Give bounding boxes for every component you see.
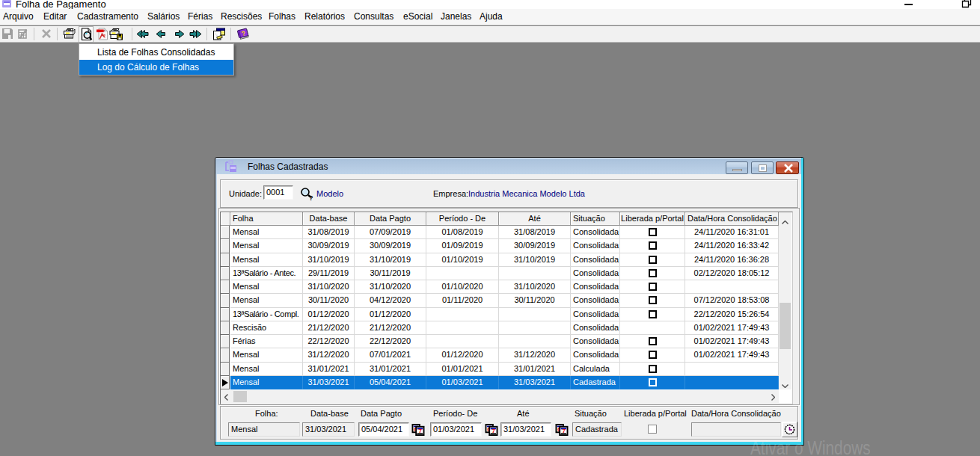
svg-text:7: 7 — [491, 428, 495, 434]
svg-text:7: 7 — [418, 428, 422, 434]
svg-text:?: ? — [309, 194, 313, 202]
svg-text:7: 7 — [562, 428, 566, 434]
